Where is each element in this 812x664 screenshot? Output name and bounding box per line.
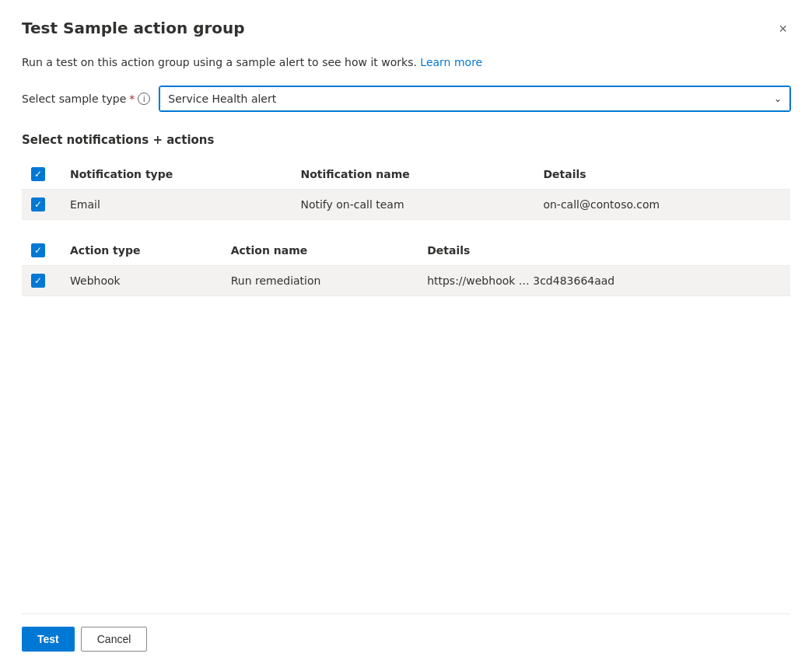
check-mark-icon: ✓	[34, 169, 42, 179]
notifications-section: ✓ Notification type Notification name De…	[22, 159, 790, 220]
row-type: Email	[61, 190, 291, 220]
description-text: Run a test on this action group using a …	[22, 54, 790, 71]
row-details: https://webhook … 3cd483664aad	[418, 266, 790, 296]
notifications-select-all-checkbox[interactable]: ✓	[31, 167, 45, 181]
actions-select-all-checkbox[interactable]: ✓	[31, 243, 45, 257]
footer: Test Cancel	[22, 613, 790, 664]
learn-more-link[interactable]: Learn more	[420, 56, 482, 68]
check-mark-icon: ✓	[34, 246, 42, 255]
actions-section: ✓ Action type Action name Details ✓ Webh…	[22, 236, 790, 296]
table-row: ✓ Email Notify on-call team on-call@cont…	[22, 190, 790, 220]
sample-type-label: Select sample type * i	[22, 93, 150, 105]
actions-col-type: Action type	[61, 236, 222, 266]
row-checkbox-cell: ✓	[22, 266, 61, 296]
dialog-title: Test Sample action group	[22, 19, 245, 37]
notifications-table: ✓ Notification type Notification name De…	[22, 159, 790, 220]
required-star: *	[129, 93, 135, 105]
actions-header-row: ✓ Action type Action name Details	[22, 236, 790, 266]
notifications-col-type: Notification type	[61, 159, 291, 190]
row-name: Run remediation	[222, 266, 418, 296]
check-mark-icon: ✓	[34, 200, 42, 209]
row-type: Webhook	[61, 266, 222, 296]
table-row: ✓ Webhook Run remediation https://webhoo…	[22, 266, 790, 296]
chevron-down-icon: ⌄	[774, 93, 782, 104]
notifications-header-row: ✓ Notification type Notification name De…	[22, 159, 790, 190]
actions-header-checkbox-cell: ✓	[22, 236, 61, 266]
row-details: on-call@contoso.com	[534, 190, 790, 220]
actions-col-details: Details	[418, 236, 790, 266]
row-name: Notify on-call team	[291, 190, 534, 220]
sample-type-dropdown[interactable]: Service Health alert ⌄	[159, 86, 790, 111]
test-button[interactable]: Test	[22, 627, 75, 652]
actions-col-name: Action name	[222, 236, 418, 266]
notifications-header-checkbox-cell: ✓	[22, 159, 61, 190]
description-main: Run a test on this action group using a …	[22, 56, 417, 68]
close-button[interactable]: ×	[775, 19, 790, 39]
info-icon[interactable]: i	[138, 93, 150, 105]
section-title: Select notifications + actions	[22, 133, 790, 147]
row-checkbox[interactable]: ✓	[31, 197, 45, 211]
row-checkbox-cell: ✓	[22, 190, 61, 220]
notifications-col-details: Details	[534, 159, 790, 190]
row-checkbox[interactable]: ✓	[31, 274, 45, 288]
notifications-col-name: Notification name	[291, 159, 534, 190]
actions-table: ✓ Action type Action name Details ✓ Webh…	[22, 236, 790, 296]
cancel-button[interactable]: Cancel	[81, 627, 148, 652]
dropdown-value: Service Health alert	[168, 93, 276, 105]
check-mark-icon: ✓	[34, 276, 42, 285]
